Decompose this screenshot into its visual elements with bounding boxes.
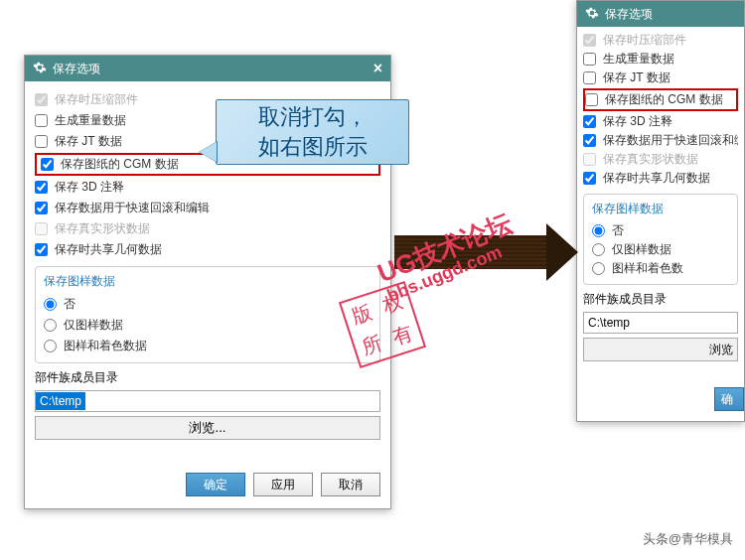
dialog-title: 保存选项 <box>53 61 100 77</box>
close-icon[interactable]: × <box>373 60 382 77</box>
radio-color-input[interactable] <box>44 340 57 352</box>
ok-button[interactable]: 确定 <box>186 473 245 496</box>
gear-icon <box>33 61 47 77</box>
big-arrow-icon <box>394 235 583 269</box>
opt-fast-rollback[interactable]: 保存数据用于快速回滚和编辑 <box>35 198 380 218</box>
titlebar[interactable]: 保存选项 × <box>25 56 390 81</box>
cancel-button[interactable]: 取消 <box>321 473 380 496</box>
callout-line2: 如右图所示 <box>258 132 368 162</box>
radio-color[interactable]: 图样和着色数据 <box>44 336 372 356</box>
checkbox-compress <box>35 93 48 106</box>
radio-no-input[interactable] <box>44 298 57 311</box>
titlebar-right[interactable]: 保存选项 <box>577 1 744 27</box>
browse-button[interactable]: 浏览... <box>35 416 380 440</box>
radio-no[interactable]: 否 <box>44 294 372 315</box>
apply-button[interactable]: 应用 <box>253 473 313 496</box>
checkbox-share-geom[interactable] <box>35 243 48 256</box>
annotation-callout: 取消打勾， 如右图所示 <box>216 99 409 165</box>
gear-icon <box>585 6 599 23</box>
save-options-dialog-right: 保存选项 保存时压缩部件 生成重量数据 保存 JT 数据 保存图纸的 CGM 数… <box>576 0 745 422</box>
pattern-data-group-right: 保存图样数据 否 仅图样数据 图样和着色数 <box>583 194 738 285</box>
checkbox-fast-rollback[interactable] <box>35 202 48 214</box>
path-input-right[interactable] <box>583 312 738 334</box>
opt-real-shape: 保存真实形状数据 <box>35 218 380 239</box>
callout-line1: 取消打勾， <box>258 102 368 132</box>
path-input[interactable]: C:\temp <box>35 390 380 412</box>
credit-text: 头条@青华模具 <box>643 530 733 548</box>
member-dir-label: 部件族成员目录 <box>35 363 380 390</box>
browse-button-right[interactable]: 浏览 <box>583 338 738 361</box>
radio-pattern[interactable]: 仅图样数据 <box>44 315 372 336</box>
opt-share-geom[interactable]: 保存时共享几何数据 <box>35 239 380 260</box>
group-title: 保存图样数据 <box>44 271 372 294</box>
opt-save-cgm-unchecked[interactable]: 保存图纸的 CGM 数据 <box>583 88 738 111</box>
checkbox-save-cgm[interactable] <box>41 158 54 171</box>
radio-pattern-input[interactable] <box>44 319 57 332</box>
checkbox-save-cgm-right[interactable] <box>585 93 598 106</box>
checkbox-save-jt[interactable] <box>35 135 48 148</box>
pattern-data-group: 保存图样数据 否 仅图样数据 图样和着色数据 <box>35 266 380 363</box>
dialog-title: 保存选项 <box>605 6 653 23</box>
checkbox-save-3d[interactable] <box>35 181 48 194</box>
callout-arrow-icon <box>199 142 217 162</box>
checkbox-gen-weight[interactable] <box>35 114 48 127</box>
opt-save-3d[interactable]: 保存 3D 注释 <box>35 177 380 198</box>
path-value-selected: C:\temp <box>36 392 85 410</box>
ok-button-partial[interactable]: 确 <box>714 387 744 411</box>
checkbox-real-shape <box>35 222 48 235</box>
